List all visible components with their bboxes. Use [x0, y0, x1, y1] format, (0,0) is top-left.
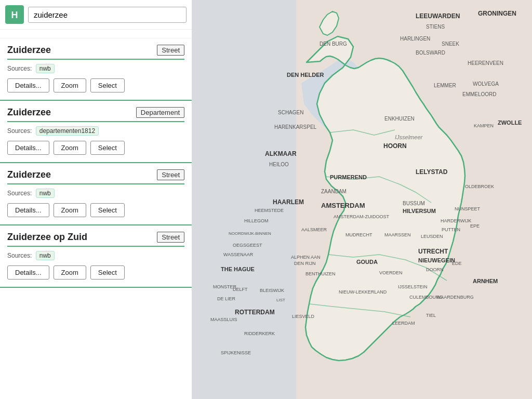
- svg-text:BOLSWARD: BOLSWARD: [416, 50, 445, 56]
- result-name: Zuiderzee: [7, 169, 51, 180]
- result-title-row: Zuiderzee Street: [7, 169, 184, 180]
- map-panel: LEEUWARDEN STIENS HARLINGEN BOLSWARD SNE…: [192, 0, 532, 399]
- svg-text:LEMMER: LEMMER: [434, 83, 456, 88]
- svg-text:HILVERSUM: HILVERSUM: [403, 208, 436, 214]
- svg-text:MAASSLUIS: MAASSLUIS: [210, 317, 237, 322]
- result-item-3: Zuiderzee Street Sources: nwb Details...…: [0, 163, 192, 225]
- svg-text:IJsselmeer: IJsselmeer: [395, 134, 423, 140]
- svg-text:LELYSTAD: LELYSTAD: [416, 168, 448, 176]
- sources-label: Sources:: [7, 65, 32, 72]
- svg-text:EPE: EPE: [470, 223, 480, 229]
- svg-text:ARNHEM: ARNHEM: [473, 278, 498, 284]
- result-name: Zuiderzee: [7, 107, 51, 118]
- details-button[interactable]: Details...: [7, 265, 49, 280]
- source-tag: nwb: [36, 189, 55, 198]
- svg-text:BUSSUM: BUSSUM: [403, 201, 425, 206]
- svg-text:ALKMAAR: ALKMAAR: [265, 150, 297, 157]
- svg-text:VOERDEN: VOERDEN: [379, 270, 403, 275]
- zoom-button[interactable]: Zoom: [54, 203, 86, 217]
- zoom-button[interactable]: Zoom: [54, 78, 86, 92]
- svg-text:WASSENAAR: WASSENAAR: [223, 252, 254, 257]
- svg-text:SPIJKENISSE: SPIJKENISSE: [221, 350, 251, 355]
- svg-text:SCHAGEN: SCHAGEN: [278, 110, 303, 115]
- result-divider: [7, 121, 184, 122]
- svg-text:NIEUW-LEKKERLAND: NIEUW-LEKKERLAND: [339, 289, 387, 295]
- result-divider: [7, 59, 184, 60]
- svg-text:EDE: EDE: [452, 261, 462, 266]
- result-actions: Details... Zoom Select: [7, 265, 184, 280]
- result-sources: Sources: nwb: [7, 64, 184, 73]
- svg-text:IJSSELSTEIN: IJSSELSTEIN: [398, 284, 428, 289]
- svg-text:HILLEGOM: HILLEGOM: [244, 218, 269, 223]
- svg-text:ENKHUIZEN: ENKHUIZEN: [384, 116, 415, 122]
- zoom-button[interactable]: Zoom: [54, 141, 86, 155]
- svg-text:SNEEK: SNEEK: [442, 41, 459, 47]
- logo-icon: H: [5, 5, 24, 24]
- select-button[interactable]: Select: [90, 78, 125, 92]
- svg-text:ROTTERDAM: ROTTERDAM: [235, 309, 275, 316]
- result-sources: Sources: nwb: [7, 189, 184, 198]
- svg-text:DE LIER: DE LIER: [217, 296, 236, 301]
- svg-text:NOORDWIJK-BINNEN: NOORDWIJK-BINNEN: [229, 231, 271, 236]
- result-type-badge: Street: [157, 45, 184, 56]
- sources-label: Sources:: [7, 252, 32, 259]
- map-svg: LEEUWARDEN STIENS HARLINGEN BOLSWARD SNE…: [192, 0, 532, 399]
- svg-text:STIENS: STIENS: [426, 24, 445, 30]
- svg-text:LEUSDEN: LEUSDEN: [421, 234, 443, 239]
- svg-text:LIESVELD: LIESVELD: [292, 314, 315, 319]
- source-tag: departementen1812: [36, 126, 99, 136]
- svg-text:RIDDERKERK: RIDDERKERK: [244, 331, 275, 336]
- svg-text:GRONINGEN: GRONINGEN: [478, 10, 516, 17]
- svg-text:NUNSPEET: NUNSPEET: [455, 206, 481, 211]
- svg-text:BENTHUIZEN: BENTHUIZEN: [305, 271, 336, 276]
- svg-text:HARDERWIJK: HARDERWIJK: [441, 218, 471, 223]
- result-title-row: Zuiderzee Departement: [7, 107, 184, 118]
- svg-text:EMMELOORD: EMMELOORD: [462, 91, 497, 97]
- svg-text:GOUDA: GOUDA: [356, 259, 378, 265]
- sources-label: Sources:: [7, 127, 32, 135]
- details-button[interactable]: Details...: [7, 78, 49, 92]
- details-button[interactable]: Details...: [7, 141, 49, 155]
- result-sources: Sources: departementen1812: [7, 126, 184, 136]
- result-actions: Details... Zoom Select: [7, 141, 184, 155]
- select-button[interactable]: Select: [90, 265, 125, 280]
- result-divider: [7, 246, 184, 247]
- svg-text:ALPHEN AAN: ALPHEN AAN: [291, 255, 321, 260]
- results-container: Zuiderzee Street Sources: nwb Details...…: [0, 38, 192, 288]
- svg-text:WAARDENBURG: WAARDENBURG: [436, 295, 474, 300]
- select-button[interactable]: Select: [90, 141, 125, 155]
- svg-text:LEEUWARDEN: LEEUWARDEN: [416, 12, 460, 20]
- search-input[interactable]: [28, 7, 187, 23]
- svg-text:BLEISWIJK: BLEISWIJK: [260, 288, 284, 293]
- svg-text:WOLVEGA: WOLVEGA: [473, 81, 499, 87]
- svg-text:AALSMEER: AALSMEER: [301, 227, 327, 232]
- svg-text:ZWOLLE: ZWOLLE: [498, 119, 522, 126]
- details-button[interactable]: Details...: [7, 203, 49, 217]
- svg-text:AMSTERDAM: AMSTERDAM: [321, 202, 365, 209]
- result-actions: Details... Zoom Select: [7, 203, 184, 217]
- svg-text:LEERDAM: LEERDAM: [392, 321, 415, 326]
- results-header: [0, 30, 192, 38]
- svg-text:HARLINGEN: HARLINGEN: [400, 36, 430, 42]
- svg-text:NIEUWEGEIN: NIEUWEGEIN: [418, 257, 455, 263]
- svg-text:DOORN: DOORN: [426, 267, 444, 272]
- svg-text:PUTTEN: PUTTEN: [442, 227, 460, 232]
- sources-label: Sources:: [7, 190, 32, 197]
- svg-text:DELFT: DELFT: [233, 287, 248, 292]
- svg-text:DEN RIJN: DEN RIJN: [294, 261, 316, 266]
- svg-text:DEN HELDER: DEN HELDER: [287, 72, 324, 78]
- result-sources: Sources: nwb: [7, 251, 184, 260]
- select-button[interactable]: Select: [90, 203, 125, 217]
- svg-text:OLDEBROEK: OLDEBROEK: [465, 184, 494, 189]
- svg-text:HAARLEM: HAARLEM: [273, 198, 304, 206]
- svg-text:KAMPEN: KAMPEN: [474, 123, 494, 128]
- svg-text:AMSTERDAM-ZUIDOOST: AMSTERDAM-ZUIDOOST: [334, 214, 390, 219]
- svg-text:HEEMSTEDE: HEEMSTEDE: [255, 208, 284, 213]
- svg-text:OEGSGEEST: OEGSGEEST: [233, 243, 262, 248]
- zoom-button[interactable]: Zoom: [54, 265, 86, 280]
- result-type-badge: Street: [157, 232, 184, 243]
- svg-text:HARENKARSPEL: HARENKARSPEL: [274, 124, 317, 130]
- svg-text:H: H: [11, 10, 18, 20]
- result-item-4: Zuiderzee op Zuid Street Sources: nwb De…: [0, 225, 192, 288]
- svg-text:LIST: LIST: [276, 298, 285, 302]
